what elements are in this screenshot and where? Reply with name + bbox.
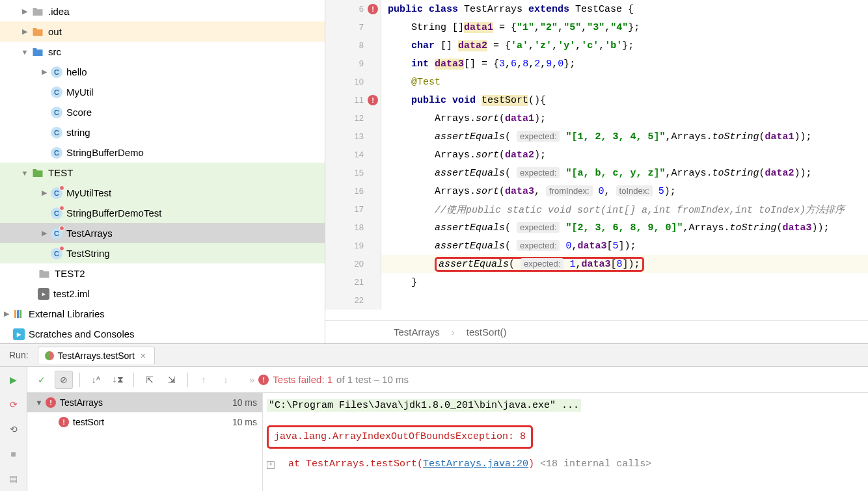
project-tree[interactable]: ▶ .idea ▶ out ▼ src ▶ C hello C MyUtil C… — [0, 0, 325, 343]
exception-highlight: java.lang.ArrayIndexOutOfBoundsException… — [267, 425, 533, 449]
chevron-right-icon: ▶ — [38, 68, 51, 76]
run-tab-label: TestArrays.testSort — [58, 351, 135, 361]
chevron-right-icon: ▶ — [0, 310, 13, 318]
stop-button[interactable]: ■ — [5, 445, 23, 463]
test-class-icon: C — [51, 248, 62, 259]
tree-label: TestArrays — [66, 228, 113, 239]
folder-icon — [38, 267, 51, 280]
tree-node-iml[interactable]: ▸ test2.iml — [0, 284, 325, 304]
tree-label: string — [66, 127, 90, 138]
tree-node-out[interactable]: ▶ out — [0, 21, 325, 42]
scratch-icon: ▸ — [13, 328, 25, 340]
tree-node-hello[interactable]: ▶ C hello — [0, 62, 325, 82]
tree-label: TEST — [48, 167, 73, 178]
code-editor[interactable]: 6!public class TestArrays extends TestCa… — [325, 0, 868, 343]
tree-node-stringbufferdemo[interactable]: C StringBufferDemo — [0, 142, 325, 163]
error-marker-icon[interactable]: ! — [368, 95, 378, 105]
test-tree-item[interactable]: ! testSort 10 ms — [27, 412, 262, 432]
error-marker-icon[interactable]: ! — [368, 4, 378, 14]
test-name: TestArrays — [60, 397, 103, 408]
internal-calls[interactable]: <18 internal calls> — [540, 458, 651, 470]
fail-icon: ! — [59, 417, 69, 427]
class-icon: C — [51, 147, 62, 159]
folder-source-icon — [31, 46, 44, 59]
rerun-failed-button[interactable]: ⟳ — [5, 395, 23, 414]
error-highlight: assertEquals( expected: 1,data3[8]); — [435, 257, 644, 272]
expand-button[interactable]: ⇱ — [141, 371, 159, 389]
tree-node-external-libraries[interactable]: ▶ External Libraries — [0, 304, 325, 324]
tree-node-teststring[interactable]: C TestString — [0, 243, 325, 263]
run-tab[interactable]: TestArrays.testSort × — [38, 347, 155, 364]
fail-icon: ! — [46, 397, 56, 408]
chevron-down-icon: ▼ — [33, 399, 46, 406]
tree-label: .idea — [48, 6, 70, 17]
tree-node-scratches[interactable]: ▸ Scratches and Consoles — [0, 324, 325, 343]
stack-frame: at TestArrays.testSort(TestArrays.java:2… — [288, 458, 540, 470]
class-icon: C — [51, 107, 62, 118]
tree-label: TestString — [66, 248, 110, 259]
sort-duration-button[interactable]: ↓⧗ — [109, 371, 127, 389]
breadcrumb-method[interactable]: testSort() — [467, 326, 507, 338]
tree-label: Score — [66, 107, 92, 118]
test-name: testSort — [73, 417, 104, 427]
tree-label: TEST2 — [55, 268, 85, 279]
collapse-button[interactable]: ⇲ — [163, 371, 181, 389]
prev-button[interactable]: ↑ — [195, 371, 213, 389]
show-ignored-button[interactable]: ⊘ — [55, 371, 73, 389]
tree-node-string[interactable]: C string — [0, 122, 325, 142]
svg-rect-0 — [14, 310, 16, 318]
tree-node-idea[interactable]: ▶ .idea — [0, 1, 325, 21]
test-status: » ! Tests failed: 1 of 1 test – 10 ms — [249, 374, 409, 385]
tree-label: test2.iml — [53, 288, 90, 299]
class-icon: C — [51, 66, 62, 78]
chevron-down-icon: ▼ — [18, 169, 31, 177]
run-sidebar: ▶ ⟳ ⟲ ■ ▤ — [0, 367, 27, 491]
folder-icon — [31, 5, 44, 18]
tree-node-score[interactable]: C Score — [0, 102, 325, 122]
test-run-icon — [45, 351, 54, 360]
test-duration: 10 ms — [232, 397, 257, 408]
tree-node-test[interactable]: ▼ TEST — [0, 163, 325, 183]
tree-label: External Libraries — [29, 308, 105, 319]
test-result-tree[interactable]: ▼ ! TestArrays 10 ms ! testSort 10 ms — [27, 393, 263, 491]
layout-button[interactable]: ▤ — [5, 470, 23, 488]
folder-test-icon — [31, 166, 44, 179]
tree-node-sbdemotest[interactable]: C StringBufferDemoTest — [0, 203, 325, 223]
run-label: Run: — [0, 350, 38, 360]
tree-label: StringBufferDemoTest — [66, 207, 161, 219]
run-tool-window: Run: TestArrays.testSort × ▶ ⟳ ⟲ ■ ▤ ✓ ⊘… — [0, 343, 868, 491]
tree-node-test2[interactable]: TEST2 — [0, 263, 325, 284]
tree-node-testarrays[interactable]: ▶ C TestArrays — [0, 223, 325, 243]
tree-label: StringBufferDemo — [66, 147, 144, 158]
fail-icon: ! — [258, 375, 269, 385]
tree-node-myutiltest[interactable]: ▶ C MyUtilTest — [0, 183, 325, 203]
breadcrumb[interactable]: TestArrays › testSort() — [325, 320, 868, 343]
module-file-icon: ▸ — [38, 288, 49, 300]
tree-node-myutil[interactable]: C MyUtil — [0, 82, 325, 102]
rerun-button[interactable]: ▶ — [5, 371, 23, 389]
test-tree-root[interactable]: ▼ ! TestArrays 10 ms — [27, 393, 262, 412]
chevron-right-icon: ▶ — [18, 7, 31, 16]
console-command: "C:\Program Files\Java\jdk1.8.0_201\bin\… — [267, 399, 581, 412]
test-class-icon: C — [51, 187, 62, 199]
chevron-right-icon: ▶ — [38, 189, 51, 197]
expand-fold-icon[interactable]: + — [267, 461, 275, 469]
tree-label: MyUtilTest — [66, 187, 111, 198]
tree-label: hello — [66, 66, 87, 77]
sort-button[interactable]: ↓ᴬ — [87, 371, 105, 389]
tree-node-src[interactable]: ▼ src — [0, 42, 325, 62]
test-toolbar: ✓ ⊘ ↓ᴬ ↓⧗ ⇱ ⇲ ↑ ↓ » ! Tests failed: 1 of… — [27, 367, 868, 393]
tree-label: MyUtil — [66, 86, 94, 98]
next-button[interactable]: ↓ — [217, 371, 235, 389]
tree-label: src — [48, 46, 61, 57]
test-class-icon: C — [51, 228, 62, 239]
folder-icon — [31, 25, 44, 38]
close-icon[interactable]: × — [139, 351, 148, 361]
breadcrumb-class[interactable]: TestArrays — [394, 326, 440, 338]
console-output[interactable]: "C:\Program Files\Java\jdk1.8.0_201\bin\… — [263, 393, 868, 491]
source-link[interactable]: TestArrays.java:20 — [423, 458, 528, 470]
show-passed-button[interactable]: ✓ — [33, 371, 51, 389]
libraries-icon — [13, 308, 25, 321]
svg-rect-1 — [17, 310, 19, 318]
toggle-auto-button[interactable]: ⟲ — [5, 420, 23, 438]
